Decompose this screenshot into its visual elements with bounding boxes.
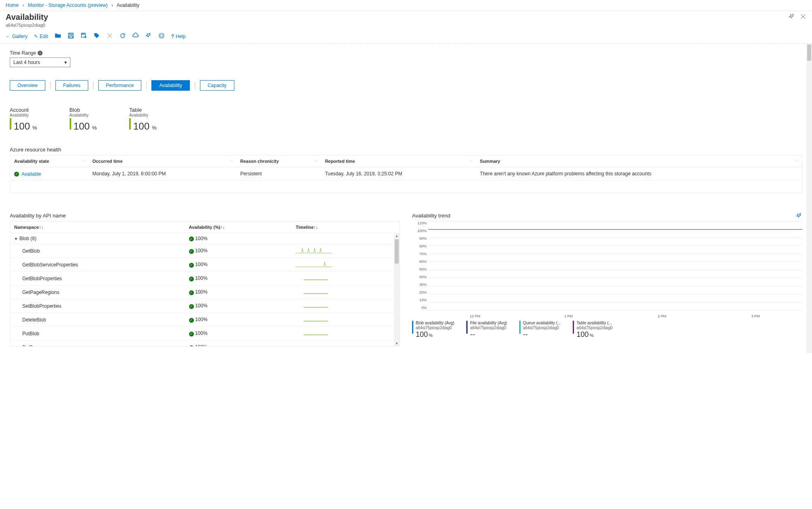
tab-divider — [146, 82, 147, 89]
back-arrow-icon: ← — [6, 34, 11, 39]
grid-line — [428, 270, 802, 270]
api-availability: ✓ 100% — [185, 327, 292, 341]
legend-item[interactable]: File availability (Avg) a64sl75piosp2dia… — [466, 321, 507, 339]
toolbar: ← Gallery ✎ Edit ? Help — [0, 30, 812, 44]
scroll-up-icon[interactable]: ▴ — [395, 233, 399, 239]
check-circle-icon: ✓ — [189, 345, 194, 347]
legend-item[interactable]: Blob availability (Avg) a64sl75piosp2dia… — [412, 321, 454, 339]
api-scrollbar[interactable]: ▴ ▾ — [394, 233, 400, 346]
trend-chart: 110%100%90%80%70%60%50%40%30%20%10%0% 12… — [412, 221, 802, 318]
breadcrumb-home[interactable]: Home — [6, 2, 19, 8]
svg-rect-6 — [82, 33, 84, 34]
availability-state[interactable]: ✓Available — [14, 171, 41, 177]
page-scrollbar[interactable] — [806, 44, 812, 353]
metric-unit: % — [152, 125, 157, 131]
save-icon[interactable] — [68, 32, 74, 40]
table-row[interactable]: GetBlob ✓ 100% — [10, 244, 400, 258]
api-availability: ✓ 100% — [185, 272, 292, 285]
save-as-icon[interactable] — [81, 32, 87, 40]
table-header[interactable]: Namespace↑↓ — [10, 221, 185, 233]
section-resource-health: Azure resource health — [10, 147, 802, 153]
table-row[interactable]: GetBlobProperties ✓ 100% — [10, 272, 400, 285]
legend-item[interactable]: Table availability (... a64sl75piosp2dia… — [573, 321, 612, 339]
api-name: GetPageRegions — [10, 285, 185, 299]
y-tick-label: 20% — [412, 290, 427, 294]
tab-overview[interactable]: Overview — [10, 80, 45, 91]
legend-value: -- — [523, 330, 561, 339]
metric-bar — [70, 118, 71, 130]
grid-line — [428, 245, 802, 246]
table-row[interactable]: GetPageRegions ✓ 100% — [10, 285, 400, 299]
pencil-icon: ✎ — [34, 34, 38, 39]
pin-icon[interactable] — [789, 13, 795, 21]
page-scroll-thumb[interactable] — [807, 45, 811, 61]
gallery-button[interactable]: ← Gallery — [6, 34, 28, 39]
resource-health-table: Availability state↑↓Occurred time↑↓Reaso… — [10, 155, 802, 181]
x-tick-label: 12 PM — [428, 314, 522, 318]
tab-performance[interactable]: Performance — [98, 80, 142, 91]
table-row[interactable]: ✓Available Monday, July 1, 2019, 8:00:00… — [10, 167, 802, 181]
pin-chart-icon[interactable] — [796, 213, 802, 220]
scroll-thumb[interactable] — [395, 239, 399, 264]
metric-subtitle: Availability — [129, 113, 157, 117]
table-header[interactable]: Reported time↑↓ — [321, 155, 476, 167]
page-title: Availability — [6, 13, 48, 22]
sparkline — [291, 285, 400, 299]
table-row[interactable]: GetBlobServiceProperties ✓ 100% — [10, 258, 400, 272]
table-header[interactable]: Availability (%)↑↓ — [185, 221, 292, 233]
sparkline — [291, 327, 400, 341]
time-range-select[interactable]: Last 4 hours ▾ — [10, 58, 70, 67]
tag-icon[interactable] — [94, 32, 100, 40]
metric-value: 100 — [74, 121, 90, 132]
table-header[interactable]: Reason chronicity↑↓ — [236, 155, 321, 167]
reported-time: Tuesday, July 16, 2019, 3:25:02 PM — [321, 167, 476, 181]
x-tick-label: 1 PM — [522, 314, 615, 318]
help-button[interactable]: ? Help — [171, 34, 186, 39]
edit-button[interactable]: ✎ Edit — [34, 34, 48, 39]
section-api: Availability by API name — [10, 213, 400, 219]
feedback-icon[interactable] — [158, 32, 165, 40]
legend-label: Blob availability (Avg) — [416, 321, 454, 326]
table-header[interactable]: Summary↑↓ — [476, 155, 802, 167]
api-name: PutBlob — [10, 327, 185, 341]
trend-data-line — [428, 229, 802, 230]
metrics-row: Account Availability 100 % Blob Availabi… — [10, 107, 802, 132]
table-row[interactable]: SetBlobProperties ✓ 100% — [10, 299, 400, 313]
grid-line — [428, 294, 802, 294]
api-availability: ✓ 100% — [185, 299, 292, 313]
sparkline — [291, 299, 400, 313]
table-row[interactable]: PutBlob ✓ 100% — [10, 327, 400, 341]
breadcrumb-sep: › — [22, 2, 24, 8]
breadcrumb-monitor[interactable]: Monitor - Storage Accounts (preview) — [28, 2, 108, 8]
breadcrumb-sep: › — [111, 2, 113, 8]
tab-capacity[interactable]: Capacity — [200, 80, 234, 91]
sparkline — [291, 341, 400, 347]
close-icon[interactable] — [800, 13, 806, 21]
check-circle-icon: ✓ — [189, 304, 194, 309]
cloud-icon[interactable] — [132, 32, 139, 40]
table-row[interactable]: DeleteBlob ✓ 100% — [10, 313, 400, 327]
refresh-icon[interactable] — [119, 32, 126, 40]
table-row[interactable]: PutPage ✓ 100% — [10, 341, 400, 347]
table-header[interactable]: Timeline↑↓ — [291, 221, 400, 233]
check-circle-icon: ✓ — [189, 332, 194, 336]
legend-label: Queue availability (... — [523, 321, 561, 326]
y-tick-label: 110% — [412, 221, 427, 225]
scroll-down-icon[interactable]: ▾ — [395, 341, 399, 346]
open-folder-icon[interactable] — [55, 32, 61, 40]
table-header[interactable]: Occurred time↑↓ — [88, 155, 236, 167]
info-icon[interactable]: i — [38, 51, 43, 55]
tab-divider — [195, 82, 195, 89]
check-circle-icon: ✓ — [189, 277, 194, 281]
sparkline — [291, 244, 400, 258]
api-availability: ✓ 100% — [185, 341, 292, 347]
table-group-row[interactable]: ▼Blob (8) ✓ 100% — [10, 233, 400, 244]
tab-failures[interactable]: Failures — [55, 80, 88, 91]
y-tick-label: 50% — [412, 267, 427, 271]
legend-item[interactable]: Queue availability (... a64sl75piosp2dia… — [519, 321, 561, 339]
pin-toolbar-icon[interactable] — [145, 32, 152, 40]
tab-availability[interactable]: Availability — [151, 80, 189, 91]
table-header[interactable]: Availability state↑↓ — [10, 155, 88, 167]
question-icon: ? — [171, 34, 174, 39]
y-tick-label: 40% — [412, 275, 427, 279]
